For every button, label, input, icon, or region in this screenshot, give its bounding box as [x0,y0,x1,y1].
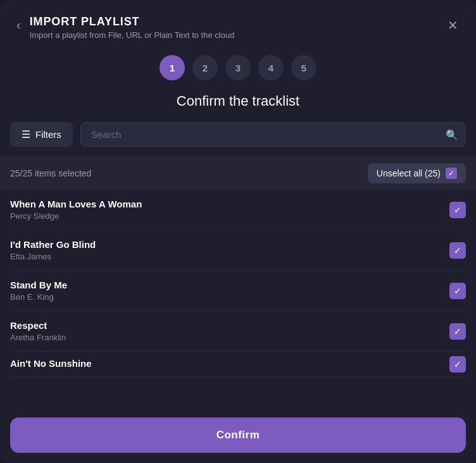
step-3[interactable]: 3 [225,55,251,80]
unselect-label: Unselect all (25) [377,168,441,178]
track-title: Ain't No Sunshine [10,358,92,369]
section-title: Confirm the tracklist [0,93,476,109]
selection-bar: 25/25 items selected Unselect all (25) ✓ [0,157,476,190]
modal-title: IMPORT PLAYLIST [30,15,235,28]
search-icon: 🔍 [446,128,458,140]
steps-container: 1 2 3 4 5 [0,50,476,93]
track-artist: Ben E. King [10,292,67,302]
track-info: When A Man Loves A Woman Percy Sledge [10,199,142,221]
track-item[interactable]: When A Man Loves A Woman Percy Sledge ✓ [10,190,466,230]
search-container: 🔍 [80,122,466,147]
track-item[interactable]: Respect Aretha Franklin ✓ [10,311,466,352]
track-artist: Etta James [10,252,96,261]
track-list: When A Man Loves A Woman Percy Sledge ✓ … [0,190,476,407]
check-icon: ✓ [446,168,457,179]
track-checkbox[interactable]: ✓ [449,202,466,218]
filters-icon: ☰ [22,128,30,140]
track-title: When A Man Loves A Woman [10,199,142,209]
back-button[interactable]: ‹ [15,16,22,34]
track-info: Stand By Me Ben E. King [10,280,67,302]
track-checkbox[interactable]: ✓ [449,283,466,299]
modal-header: ‹ IMPORT PLAYLIST Import a playlist from… [0,0,476,50]
track-item[interactable]: I'd Rather Go Blind Etta James ✓ [10,230,466,271]
unselect-all-button[interactable]: Unselect all (25) ✓ [368,163,466,183]
confirm-button[interactable]: Confirm [10,417,466,453]
track-title: I'd Rather Go Blind [10,239,96,250]
track-item-partial[interactable]: Ain't No Sunshine ✓ [10,352,466,377]
track-artist: Aretha Franklin [10,333,66,342]
confirm-section: Confirm [0,407,476,463]
header-text: IMPORT PLAYLIST Import a playlist from F… [30,15,235,40]
modal-subtitle: Import a playlist from File, URL or Plai… [30,30,235,40]
track-info: I'd Rather Go Blind Etta James [10,239,96,261]
step-2[interactable]: 2 [192,55,218,80]
track-artist: Percy Sledge [10,211,142,221]
track-title: Stand By Me [10,280,67,290]
step-1[interactable]: 1 [160,55,185,80]
step-5[interactable]: 5 [291,55,316,80]
filters-label: Filters [35,129,61,140]
track-checkbox[interactable]: ✓ [449,323,466,340]
selection-count: 25/25 items selected [10,168,91,178]
import-playlist-modal: ‹ IMPORT PLAYLIST Import a playlist from… [0,0,476,463]
toolbar: ☰ Filters 🔍 [0,122,476,147]
track-checkbox[interactable]: ✓ [449,356,466,373]
track-checkbox[interactable]: ✓ [449,242,466,259]
close-button[interactable]: ✕ [445,15,461,35]
step-4[interactable]: 4 [258,55,284,80]
header-left: ‹ IMPORT PLAYLIST Import a playlist from… [15,15,234,40]
track-info: Ain't No Sunshine [10,358,92,371]
search-input[interactable] [80,122,466,147]
filters-button[interactable]: ☰ Filters [10,122,73,147]
track-item[interactable]: Stand By Me Ben E. King ✓ [10,271,466,311]
track-info: Respect Aretha Franklin [10,320,66,342]
track-title: Respect [10,320,66,331]
